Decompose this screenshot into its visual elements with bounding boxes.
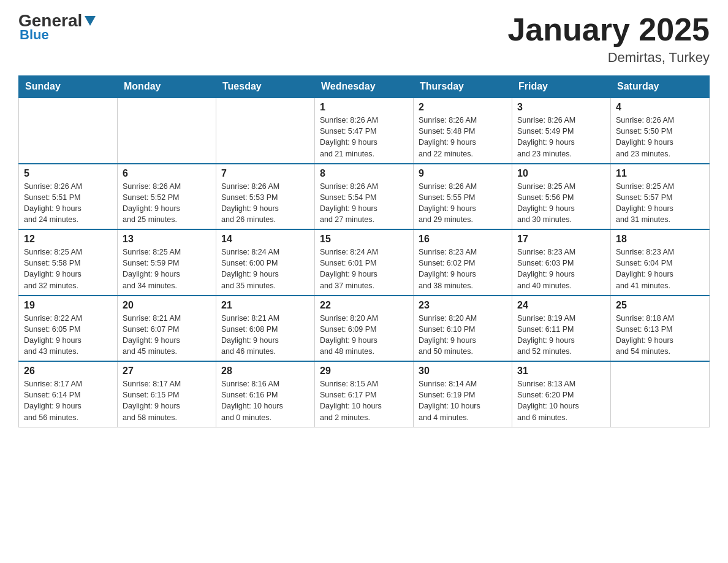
title-block: January 2025 Demirtas, Turkey	[507, 12, 710, 66]
day-info: Sunrise: 8:19 AM Sunset: 6:11 PM Dayligh…	[517, 313, 605, 358]
day-info: Sunrise: 8:25 AM Sunset: 5:59 PM Dayligh…	[123, 247, 211, 291]
table-row: 20Sunrise: 8:21 AM Sunset: 6:07 PM Dayli…	[118, 296, 216, 362]
table-row: 2Sunrise: 8:26 AM Sunset: 5:48 PM Daylig…	[414, 98, 512, 164]
day-number: 13	[123, 234, 211, 245]
col-sunday: Sunday	[19, 76, 118, 98]
col-thursday: Thursday	[414, 76, 512, 98]
table-row	[19, 98, 118, 164]
table-row: 16Sunrise: 8:23 AM Sunset: 6:02 PM Dayli…	[414, 229, 512, 296]
day-number: 15	[320, 234, 408, 245]
day-number: 14	[221, 234, 309, 245]
svg-marker-0	[85, 16, 96, 26]
table-row: 1Sunrise: 8:26 AM Sunset: 5:47 PM Daylig…	[315, 98, 414, 164]
day-number: 25	[616, 300, 704, 311]
logo: General Blue	[18, 12, 97, 43]
day-info: Sunrise: 8:25 AM Sunset: 5:58 PM Dayligh…	[24, 247, 112, 291]
day-number: 27	[123, 366, 211, 377]
table-row: 22Sunrise: 8:20 AM Sunset: 6:09 PM Dayli…	[315, 296, 414, 362]
col-monday: Monday	[118, 76, 216, 98]
logo-blue: Blue	[18, 27, 49, 43]
day-number: 26	[24, 366, 112, 377]
day-info: Sunrise: 8:26 AM Sunset: 5:51 PM Dayligh…	[24, 181, 112, 226]
table-row: 31Sunrise: 8:13 AM Sunset: 6:20 PM Dayli…	[512, 361, 611, 427]
day-number: 5	[24, 168, 112, 179]
day-number: 16	[419, 234, 507, 245]
day-number: 31	[517, 366, 605, 377]
table-row: 3Sunrise: 8:26 AM Sunset: 5:49 PM Daylig…	[512, 98, 611, 164]
day-info: Sunrise: 8:23 AM Sunset: 6:04 PM Dayligh…	[616, 247, 704, 291]
day-info: Sunrise: 8:26 AM Sunset: 5:54 PM Dayligh…	[320, 181, 408, 226]
table-row: 12Sunrise: 8:25 AM Sunset: 5:58 PM Dayli…	[19, 229, 118, 296]
table-row: 19Sunrise: 8:22 AM Sunset: 6:05 PM Dayli…	[19, 296, 118, 362]
day-number: 20	[123, 300, 211, 311]
location-title: Demirtas, Turkey	[507, 50, 710, 66]
day-info: Sunrise: 8:14 AM Sunset: 6:19 PM Dayligh…	[419, 378, 507, 423]
month-year-title: January 2025	[507, 12, 710, 47]
day-info: Sunrise: 8:25 AM Sunset: 5:57 PM Dayligh…	[616, 181, 704, 226]
table-row: 21Sunrise: 8:21 AM Sunset: 6:08 PM Dayli…	[216, 296, 315, 362]
logo-triangle-icon	[83, 13, 97, 27]
calendar-week-row: 5Sunrise: 8:26 AM Sunset: 5:51 PM Daylig…	[19, 164, 710, 230]
day-number: 7	[221, 168, 309, 179]
col-wednesday: Wednesday	[315, 76, 414, 98]
day-info: Sunrise: 8:26 AM Sunset: 5:55 PM Dayligh…	[419, 181, 507, 226]
day-info: Sunrise: 8:16 AM Sunset: 6:16 PM Dayligh…	[221, 378, 309, 423]
day-info: Sunrise: 8:13 AM Sunset: 6:20 PM Dayligh…	[517, 378, 605, 423]
day-info: Sunrise: 8:17 AM Sunset: 6:14 PM Dayligh…	[24, 378, 112, 423]
table-row	[216, 98, 315, 164]
day-info: Sunrise: 8:18 AM Sunset: 6:13 PM Dayligh…	[616, 313, 704, 358]
calendar-week-row: 19Sunrise: 8:22 AM Sunset: 6:05 PM Dayli…	[19, 296, 710, 362]
day-info: Sunrise: 8:24 AM Sunset: 6:00 PM Dayligh…	[221, 247, 309, 291]
day-number: 12	[24, 234, 112, 245]
day-number: 10	[517, 168, 605, 179]
day-info: Sunrise: 8:25 AM Sunset: 5:56 PM Dayligh…	[517, 181, 605, 226]
col-friday: Friday	[512, 76, 611, 98]
day-number: 9	[419, 168, 507, 179]
day-info: Sunrise: 8:21 AM Sunset: 6:07 PM Dayligh…	[123, 313, 211, 358]
day-info: Sunrise: 8:26 AM Sunset: 5:52 PM Dayligh…	[123, 181, 211, 226]
page-header: General Blue January 2025 Demirtas, Turk…	[18, 12, 710, 66]
table-row: 9Sunrise: 8:26 AM Sunset: 5:55 PM Daylig…	[414, 164, 512, 230]
day-number: 11	[616, 168, 704, 179]
calendar-week-row: 12Sunrise: 8:25 AM Sunset: 5:58 PM Dayli…	[19, 229, 710, 296]
calendar-header-row: Sunday Monday Tuesday Wednesday Thursday…	[19, 76, 710, 98]
day-number: 8	[320, 168, 408, 179]
day-number: 21	[221, 300, 309, 311]
table-row: 8Sunrise: 8:26 AM Sunset: 5:54 PM Daylig…	[315, 164, 414, 230]
day-number: 18	[616, 234, 704, 245]
day-number: 30	[419, 366, 507, 377]
table-row: 29Sunrise: 8:15 AM Sunset: 6:17 PM Dayli…	[315, 361, 414, 427]
table-row: 14Sunrise: 8:24 AM Sunset: 6:00 PM Dayli…	[216, 229, 315, 296]
day-number: 28	[221, 366, 309, 377]
table-row: 25Sunrise: 8:18 AM Sunset: 6:13 PM Dayli…	[611, 296, 710, 362]
table-row: 24Sunrise: 8:19 AM Sunset: 6:11 PM Dayli…	[512, 296, 611, 362]
day-number: 24	[517, 300, 605, 311]
table-row: 26Sunrise: 8:17 AM Sunset: 6:14 PM Dayli…	[19, 361, 118, 427]
day-info: Sunrise: 8:17 AM Sunset: 6:15 PM Dayligh…	[123, 378, 211, 423]
table-row: 27Sunrise: 8:17 AM Sunset: 6:15 PM Dayli…	[118, 361, 216, 427]
table-row: 11Sunrise: 8:25 AM Sunset: 5:57 PM Dayli…	[611, 164, 710, 230]
day-number: 4	[616, 102, 704, 113]
day-number: 1	[320, 102, 408, 113]
day-info: Sunrise: 8:24 AM Sunset: 6:01 PM Dayligh…	[320, 247, 408, 291]
day-info: Sunrise: 8:23 AM Sunset: 6:02 PM Dayligh…	[419, 247, 507, 291]
day-info: Sunrise: 8:22 AM Sunset: 6:05 PM Dayligh…	[24, 313, 112, 358]
day-info: Sunrise: 8:21 AM Sunset: 6:08 PM Dayligh…	[221, 313, 309, 358]
table-row: 10Sunrise: 8:25 AM Sunset: 5:56 PM Dayli…	[512, 164, 611, 230]
day-info: Sunrise: 8:26 AM Sunset: 5:53 PM Dayligh…	[221, 181, 309, 226]
calendar-body: 1Sunrise: 8:26 AM Sunset: 5:47 PM Daylig…	[19, 98, 710, 427]
table-row: 18Sunrise: 8:23 AM Sunset: 6:04 PM Dayli…	[611, 229, 710, 296]
calendar-table: Sunday Monday Tuesday Wednesday Thursday…	[18, 75, 710, 427]
table-row	[611, 361, 710, 427]
day-number: 3	[517, 102, 605, 113]
table-row: 30Sunrise: 8:14 AM Sunset: 6:19 PM Dayli…	[414, 361, 512, 427]
table-row: 4Sunrise: 8:26 AM Sunset: 5:50 PM Daylig…	[611, 98, 710, 164]
day-number: 19	[24, 300, 112, 311]
table-row: 13Sunrise: 8:25 AM Sunset: 5:59 PM Dayli…	[118, 229, 216, 296]
table-row: 7Sunrise: 8:26 AM Sunset: 5:53 PM Daylig…	[216, 164, 315, 230]
calendar-week-row: 1Sunrise: 8:26 AM Sunset: 5:47 PM Daylig…	[19, 98, 710, 164]
day-info: Sunrise: 8:23 AM Sunset: 6:03 PM Dayligh…	[517, 247, 605, 291]
table-row	[118, 98, 216, 164]
table-row: 6Sunrise: 8:26 AM Sunset: 5:52 PM Daylig…	[118, 164, 216, 230]
day-info: Sunrise: 8:20 AM Sunset: 6:09 PM Dayligh…	[320, 313, 408, 358]
